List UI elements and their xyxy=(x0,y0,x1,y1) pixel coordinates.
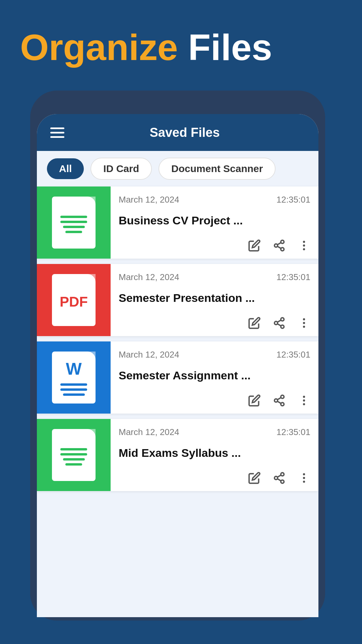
svg-point-24 xyxy=(281,473,284,476)
share-button[interactable] xyxy=(273,317,286,331)
more-options-button[interactable] xyxy=(298,394,310,408)
share-button[interactable] xyxy=(273,394,286,408)
doc-icon xyxy=(52,429,96,481)
edit-button[interactable] xyxy=(248,317,261,331)
more-options-button[interactable] xyxy=(298,472,310,486)
file-meta: March 12, 2024 12:35:01 xyxy=(119,272,310,282)
edit-button[interactable] xyxy=(248,472,261,486)
svg-point-10 xyxy=(281,325,284,328)
svg-point-17 xyxy=(275,399,278,402)
tab-id-card[interactable]: ID Card xyxy=(90,158,152,180)
svg-point-16 xyxy=(281,395,284,398)
file-actions xyxy=(119,472,310,486)
svg-point-0 xyxy=(281,240,284,244)
svg-point-5 xyxy=(303,241,305,243)
list-item: W March 12, 2024 12:35:01 Semester Assig… xyxy=(37,341,318,414)
svg-point-31 xyxy=(303,481,305,483)
svg-line-3 xyxy=(278,246,281,248)
svg-point-14 xyxy=(303,322,305,324)
svg-point-22 xyxy=(303,399,305,401)
more-options-button[interactable] xyxy=(298,317,310,331)
svg-point-1 xyxy=(275,244,278,247)
app-bar-title: Saved Files xyxy=(64,125,305,140)
icon-line xyxy=(63,393,85,396)
svg-line-19 xyxy=(278,401,281,403)
svg-line-20 xyxy=(278,397,281,399)
file-meta: March 12, 2024 12:35:01 xyxy=(119,427,310,437)
file-icon-bg xyxy=(37,419,111,491)
file-time: 12:35:01 xyxy=(277,195,310,205)
icon-line xyxy=(65,231,82,233)
file-time: 12:35:01 xyxy=(277,427,310,437)
share-button[interactable] xyxy=(273,472,286,486)
svg-point-29 xyxy=(303,473,305,475)
file-info: March 12, 2024 12:35:01 Mid Exams Syllab… xyxy=(111,419,318,491)
svg-line-28 xyxy=(278,475,281,477)
file-meta: March 12, 2024 12:35:01 xyxy=(119,195,310,205)
file-actions xyxy=(119,394,310,408)
file-info: March 12, 2024 12:35:01 Business CV Proj… xyxy=(111,186,318,259)
icon-line xyxy=(60,448,87,450)
svg-point-13 xyxy=(303,318,305,320)
svg-point-18 xyxy=(281,402,284,406)
svg-point-2 xyxy=(281,248,284,251)
file-actions xyxy=(119,317,310,331)
svg-line-4 xyxy=(278,243,281,245)
svg-line-12 xyxy=(278,320,281,322)
file-date: March 12, 2024 xyxy=(119,272,179,282)
edit-button[interactable] xyxy=(248,239,261,253)
icon-line xyxy=(60,453,87,455)
svg-point-21 xyxy=(303,396,305,398)
file-info: March 12, 2024 12:35:01 Semester Present… xyxy=(111,264,318,336)
file-name: Semester Presentation ... xyxy=(119,291,310,305)
svg-point-15 xyxy=(303,326,305,328)
svg-line-27 xyxy=(278,479,281,481)
svg-point-9 xyxy=(275,321,278,325)
tab-document-scanner[interactable]: Document Scanner xyxy=(159,158,276,180)
more-options-button[interactable] xyxy=(298,239,310,253)
svg-line-11 xyxy=(278,324,281,326)
file-date: March 12, 2024 xyxy=(119,195,179,205)
page-header: Organize Files xyxy=(20,27,272,67)
file-date: March 12, 2024 xyxy=(119,350,179,360)
list-item: March 12, 2024 12:35:01 Mid Exams Syllab… xyxy=(37,419,318,491)
pdf-label: PDF xyxy=(60,294,88,310)
share-button[interactable] xyxy=(273,239,286,253)
doc-icon xyxy=(52,197,96,249)
list-item: PDF March 12, 2024 12:35:01 Semester Pre… xyxy=(37,264,318,336)
file-icon-bg: PDF xyxy=(37,264,111,336)
icon-line xyxy=(60,388,87,391)
word-icon: W xyxy=(52,352,96,404)
file-actions xyxy=(119,239,310,253)
file-icon-bg xyxy=(37,186,111,259)
filter-tab-bar: All ID Card Document Scanner xyxy=(37,151,318,186)
file-name: Mid Exams Syllabus ... xyxy=(119,446,310,460)
svg-point-7 xyxy=(303,248,305,250)
file-name: Semester Assignment ... xyxy=(119,369,310,382)
tab-all[interactable]: All xyxy=(47,158,84,179)
icon-line xyxy=(60,383,87,386)
edit-button[interactable] xyxy=(248,394,261,408)
svg-point-8 xyxy=(281,318,284,321)
pdf-icon: PDF xyxy=(52,274,96,326)
icon-line xyxy=(60,221,87,223)
svg-point-6 xyxy=(303,245,305,247)
word-label: W xyxy=(66,359,81,379)
file-time: 12:35:01 xyxy=(277,350,310,360)
header-organize: Organize xyxy=(20,26,178,68)
file-icon-bg: W xyxy=(37,341,111,414)
app-bar: Saved Files xyxy=(37,114,318,151)
file-time: 12:35:01 xyxy=(277,272,310,282)
menu-button[interactable] xyxy=(50,127,64,138)
phone-frame: Saved Files All ID Card Document Scanner xyxy=(30,91,325,621)
icon-line xyxy=(60,216,87,218)
svg-point-26 xyxy=(281,480,284,483)
list-item: March 12, 2024 12:35:01 Business CV Proj… xyxy=(37,186,318,259)
icon-line xyxy=(63,458,85,461)
file-date: March 12, 2024 xyxy=(119,427,179,437)
svg-point-30 xyxy=(303,477,305,479)
icon-line xyxy=(63,226,85,228)
file-list: March 12, 2024 12:35:01 Business CV Proj… xyxy=(37,186,318,496)
svg-point-25 xyxy=(275,476,278,480)
icon-line xyxy=(65,463,82,466)
